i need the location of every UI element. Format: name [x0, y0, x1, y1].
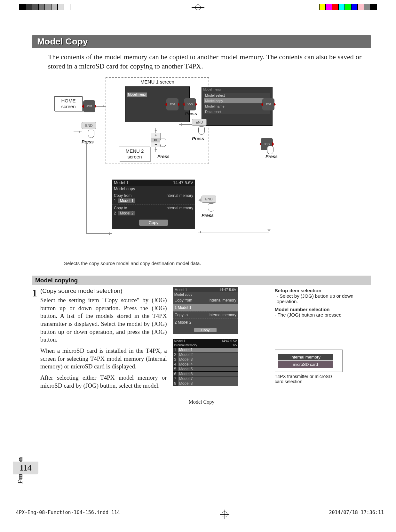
- plus-minus-toggle: + or −: [151, 133, 161, 147]
- model-list-row: 5Model 5: [173, 367, 238, 371]
- home-screen-box: HOMEscreen: [54, 96, 83, 111]
- model-list-row: 3Model 3: [173, 357, 238, 362]
- menu2-screen-box: MENU 2screen: [119, 147, 150, 161]
- model-copy-screen: Model 114:47 5.6V Model copy Copy fromIn…: [112, 180, 195, 229]
- model-copying-heading: Model copying: [32, 276, 371, 285]
- memory-selection-box: Internal memory microSD card: [275, 350, 343, 372]
- print-footer: 4PX-Eng-08-Function-104-156.indd 114 201…: [16, 510, 384, 519]
- model-list-row: 4Model 4: [173, 362, 238, 367]
- model-menu-item: Model select: [204, 93, 270, 98]
- hand-icon: [267, 146, 273, 154]
- menu1-label: MENU 1 screen: [106, 79, 209, 85]
- step-1-text: 1 (Copy source model selection) Select t…: [32, 287, 167, 390]
- end-button-icon: END: [192, 119, 207, 126]
- hand-icon: [160, 139, 166, 147]
- crosshair-icon: [192, 1, 204, 14]
- model-menu-item: Data reset: [204, 109, 270, 114]
- jog-icon: JOG: [184, 98, 196, 110]
- right-hints: Setup item selection - Select by (JOG) b…: [275, 287, 371, 390]
- end-button-icon: END: [82, 122, 96, 129]
- end-press: END Press: [202, 196, 216, 218]
- printer-registration-bar: [0, 4, 396, 11]
- jog-icon: JOG: [262, 98, 274, 110]
- model-list-row: 8Model 8: [173, 381, 238, 386]
- page-number: 114: [13, 462, 38, 474]
- model-list-row: 2Model 2: [173, 352, 238, 357]
- model-list-row: 6Model 6: [173, 371, 238, 376]
- end-press: END Press: [82, 122, 96, 144]
- end-button-icon: END: [202, 196, 216, 203]
- copy-button: Copy: [139, 220, 168, 226]
- jog-icon: JOG: [166, 98, 178, 110]
- diagram-caption: Selects the copy source model and copy d…: [64, 261, 201, 266]
- navigation-diagram: HOMEscreen JOG MENU 1 screen Model menu …: [32, 77, 371, 256]
- model-list-row: 7Model 7: [173, 376, 238, 381]
- intro-paragraph: The contents of the model memory can be …: [48, 52, 361, 71]
- end-press: END Press: [192, 119, 207, 141]
- model-list-screen: Model 114:47 5.5V Internal memory1/5 1Mo…: [173, 339, 238, 386]
- jog-icon: JOG: [83, 100, 95, 112]
- footer-section-title: Model Copy: [32, 399, 371, 405]
- page-title: Model Copy: [32, 35, 371, 48]
- copy-screen-small: Model 114:47 5.6V Model copy Copy fromIn…: [173, 287, 238, 334]
- model-list-row: 1Model 1: [173, 347, 238, 352]
- model-menu-screen: Model menu Model selectModel copyModel n…: [202, 87, 273, 126]
